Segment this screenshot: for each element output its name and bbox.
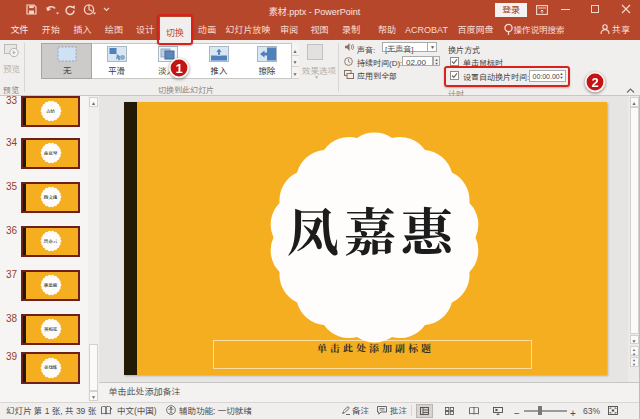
svg-text:1: 1 [175, 58, 182, 77]
svg-text:2: 2 [591, 72, 598, 91]
